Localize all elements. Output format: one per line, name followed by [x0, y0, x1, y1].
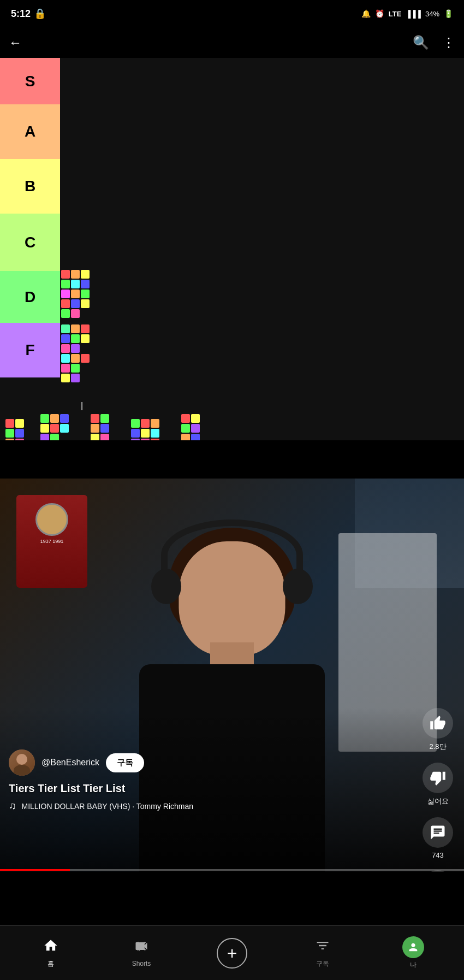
- tetris-shape-4: [131, 419, 159, 440]
- comment-button[interactable]: 743: [423, 817, 453, 859]
- channel-avatar[interactable]: [9, 749, 35, 776]
- notification-icon: 🔔: [361, 9, 371, 18]
- action-buttons: 2.8만 싫어요 743: [423, 708, 453, 872]
- nav-item-subscriptions[interactable]: 구독: [277, 938, 368, 969]
- home-label: 홈: [47, 959, 54, 969]
- subscribe-button[interactable]: 구독: [106, 753, 144, 772]
- music-row[interactable]: ♫ MILLION DOLLAR BABY (VHS) · Tommy Rich…: [9, 800, 412, 812]
- tier-blocks-df: [61, 270, 90, 383]
- top-nav: ← 🔍 ⋮: [0, 27, 464, 58]
- lock-icon: 🔒: [34, 8, 46, 20]
- tetris-shape-1: [5, 419, 24, 440]
- status-bar: 5:12 🔒 🔔 ⏰ LTE ▐▐▐ 34% 🔋: [0, 0, 464, 27]
- like-icon: [423, 708, 453, 739]
- status-right: 🔔 ⏰ LTE ▐▐▐ 34% 🔋: [361, 9, 453, 18]
- alarm-icon: ⏰: [375, 9, 384, 18]
- comment-count: 743: [432, 851, 444, 859]
- tier-a: A: [0, 104, 60, 159]
- add-icon: +: [227, 944, 237, 962]
- subscriptions-icon: [315, 938, 330, 957]
- tetris-shape-2: [40, 414, 69, 440]
- shorts-label: Shorts: [132, 960, 151, 967]
- tier-b: B: [0, 159, 60, 214]
- nav-icons: 🔍 ⋮: [413, 35, 455, 50]
- tetris-shape-5: [181, 414, 200, 440]
- comment-icon: [423, 817, 453, 848]
- nav-item-add[interactable]: +: [187, 938, 277, 969]
- dislike-button[interactable]: 싫어요: [423, 763, 453, 806]
- subscriptions-label: 구독: [316, 959, 329, 969]
- nav-item-shorts[interactable]: Shorts: [96, 938, 187, 967]
- like-count: 2.8만: [429, 742, 446, 752]
- video-title: Tiers Tier List Tier List: [9, 782, 412, 795]
- tier-d: D: [0, 271, 60, 323]
- tier-s: S: [0, 58, 60, 104]
- shorts-icon: [134, 938, 149, 958]
- tier-c: C: [0, 214, 60, 271]
- battery-icon: 🔋: [444, 9, 453, 18]
- status-time: 5:12 🔒: [11, 8, 46, 20]
- tetris-bottom: [0, 408, 284, 440]
- nav-item-home[interactable]: 홈: [5, 938, 96, 969]
- search-icon[interactable]: 🔍: [413, 35, 429, 50]
- dislike-label: 싫어요: [427, 796, 449, 806]
- bottom-nav: 홈 Shorts + 구독: [0, 925, 464, 980]
- nav-item-profile[interactable]: 나: [368, 936, 459, 970]
- back-button[interactable]: ←: [9, 35, 22, 50]
- webcam-area[interactable]: 1937 1991: [0, 479, 464, 872]
- video-area: S A B C D F: [0, 58, 464, 925]
- dislike-icon: [423, 763, 453, 793]
- like-button[interactable]: 2.8만: [423, 708, 453, 752]
- battery-percent: 34%: [425, 10, 439, 18]
- cursor-indicator: |: [81, 401, 86, 406]
- tier-f: F: [0, 323, 60, 377]
- wall-banner: 1937 1991: [16, 495, 87, 588]
- home-icon: [43, 938, 58, 957]
- channel-row: @BenEsherick 구독: [9, 749, 412, 776]
- tetris-shape-3: [91, 414, 109, 440]
- profile-icon: [402, 936, 424, 958]
- progress-bar[interactable]: [0, 869, 464, 871]
- progress-fill: [0, 869, 70, 871]
- more-options-icon[interactable]: ⋮: [442, 35, 455, 50]
- video-info: @BenEsherick 구독 Tiers Tier List Tier Lis…: [0, 749, 420, 812]
- profile-label: 나: [410, 960, 417, 970]
- signal-bars: ▐▐▐: [406, 10, 421, 18]
- add-button[interactable]: +: [217, 938, 247, 969]
- lte-label: LTE: [389, 10, 402, 18]
- music-track: MILLION DOLLAR BABY (VHS) · Tommy Richma…: [22, 802, 194, 811]
- music-icon: ♫: [9, 800, 16, 812]
- channel-name[interactable]: @BenEsherick: [41, 758, 99, 768]
- tier-video-frame[interactable]: S A B C D F: [0, 58, 464, 440]
